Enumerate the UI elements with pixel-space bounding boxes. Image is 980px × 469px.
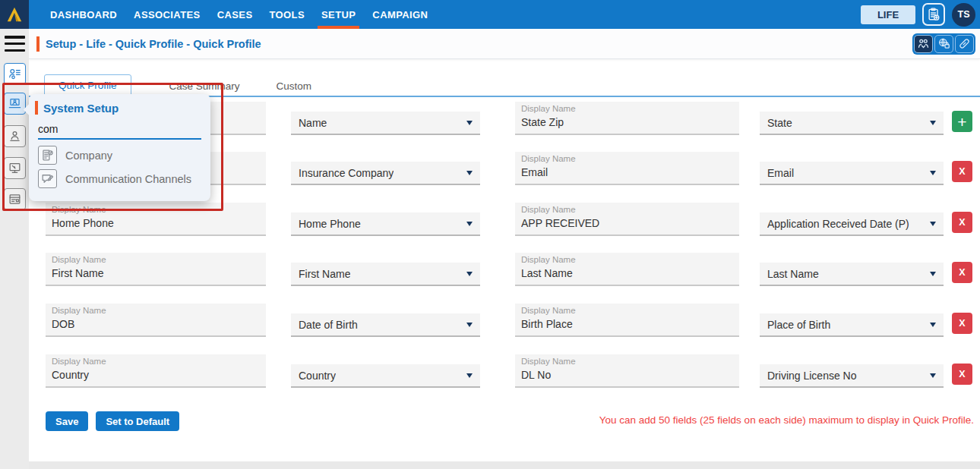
chevron-down-icon bbox=[930, 121, 936, 125]
selected-field-value: Name bbox=[299, 117, 327, 129]
remove-row-button[interactable]: X bbox=[952, 364, 972, 385]
tab-custom[interactable]: Custom bbox=[266, 76, 323, 96]
display-name-field: Display Name bbox=[515, 354, 739, 388]
sidebar-profile-list-button[interactable] bbox=[4, 63, 26, 85]
chevron-down-icon bbox=[930, 171, 936, 175]
field-select[interactable]: Application Received Date (P) bbox=[760, 212, 944, 236]
field-select[interactable]: Last Name bbox=[760, 263, 944, 286]
display-name-field: Display Name bbox=[515, 304, 739, 337]
field-select[interactable]: Home Phone bbox=[291, 212, 480, 236]
chevron-down-icon bbox=[930, 373, 936, 378]
field-select[interactable]: Name bbox=[291, 112, 480, 135]
tab-quick-profile[interactable]: Quick Profile bbox=[44, 74, 131, 96]
sidebar-user-desk-button[interactable] bbox=[4, 125, 26, 147]
logo-a-icon bbox=[5, 5, 24, 24]
result-company[interactable]: Company bbox=[38, 146, 201, 165]
selected-field-value: Country bbox=[299, 370, 336, 382]
chevron-down-icon bbox=[930, 323, 936, 327]
form-row: Display NameFirst NameDisplay NameLast N… bbox=[29, 253, 980, 288]
nav-item-tools[interactable]: TOOLS bbox=[261, 0, 313, 29]
display-name-input[interactable] bbox=[521, 316, 733, 332]
field-select[interactable]: Insurance Company bbox=[291, 162, 480, 185]
display-name-label: Display Name bbox=[521, 255, 733, 265]
selected-field-value: Last Name bbox=[767, 268, 819, 280]
remove-row-button[interactable]: X bbox=[952, 212, 972, 233]
company-icon bbox=[38, 146, 57, 165]
display-name-field: Display Name bbox=[515, 152, 739, 185]
monitor-icon bbox=[8, 161, 22, 175]
field-select[interactable]: Driving License No bbox=[760, 364, 944, 388]
nav-item-dashboard[interactable]: DASHBOARD bbox=[42, 0, 125, 29]
sidebar-form-card-button[interactable] bbox=[4, 188, 26, 210]
hamburger-menu-icon[interactable] bbox=[5, 36, 25, 52]
chevron-down-icon bbox=[466, 121, 473, 125]
display-name-input[interactable] bbox=[521, 367, 733, 382]
selected-field-value: Driving License No bbox=[767, 370, 857, 382]
result-communication-channels[interactable]: Communication Channels bbox=[38, 169, 201, 188]
display-name-field: Display Name bbox=[46, 354, 266, 388]
selected-field-value: Date of Birth bbox=[299, 319, 358, 331]
nav-item-setup[interactable]: SETUP bbox=[313, 0, 364, 29]
form-card-icon bbox=[8, 192, 22, 206]
life-module-button[interactable]: LIFE bbox=[861, 5, 915, 24]
user-avatar[interactable]: TS bbox=[952, 3, 975, 27]
header-icon-group bbox=[912, 33, 975, 55]
global-security-icon[interactable] bbox=[934, 35, 953, 53]
form-row: Display NameDate of BirthDisplay NamePla… bbox=[29, 304, 980, 338]
clipboard-add-icon[interactable] bbox=[922, 3, 945, 26]
add-row-button[interactable]: + bbox=[952, 111, 972, 132]
remove-row-button[interactable]: X bbox=[952, 313, 972, 334]
display-name-label: Display Name bbox=[521, 154, 733, 164]
remove-row-button[interactable]: X bbox=[952, 161, 972, 182]
nav-item-campaign[interactable]: CAMPAIGN bbox=[364, 0, 436, 29]
system-setup-search-input[interactable] bbox=[38, 121, 201, 140]
tab-case-summary[interactable]: Case Summary bbox=[159, 76, 251, 96]
associates-group-icon[interactable] bbox=[914, 35, 933, 53]
set-to-default-button[interactable]: Set to Default bbox=[96, 411, 179, 431]
chevron-down-icon bbox=[466, 373, 473, 378]
result-label: Communication Channels bbox=[65, 173, 191, 185]
nav-item-associates[interactable]: ASSOCIATES bbox=[125, 0, 209, 29]
display-name-label: Display Name bbox=[521, 104, 733, 114]
chevron-down-icon bbox=[466, 171, 473, 175]
app-logo[interactable] bbox=[0, 0, 29, 29]
popup-header: System Setup bbox=[29, 94, 210, 118]
sidebar-monitor-button[interactable] bbox=[4, 157, 26, 179]
field-select[interactable]: Email bbox=[760, 162, 944, 185]
display-name-label: Display Name bbox=[52, 205, 260, 215]
display-name-field: Display Name bbox=[46, 203, 266, 236]
left-sidebar bbox=[0, 29, 29, 469]
field-select[interactable]: Date of Birth bbox=[291, 313, 480, 337]
display-name-field: Display Name bbox=[46, 304, 266, 337]
field-select[interactable]: Country bbox=[291, 364, 480, 388]
display-name-label: Display Name bbox=[52, 357, 260, 367]
chevron-down-icon bbox=[930, 272, 936, 276]
display-name-input[interactable] bbox=[52, 215, 260, 231]
communication-channels-icon bbox=[38, 169, 57, 188]
display-name-label: Display Name bbox=[52, 255, 260, 265]
display-name-input[interactable] bbox=[521, 114, 733, 130]
selected-field-value: First Name bbox=[299, 268, 350, 280]
chevron-down-icon bbox=[930, 222, 936, 226]
system-setup-popup: System Setup CompanyCommunication Channe… bbox=[29, 94, 210, 201]
save-button[interactable]: Save bbox=[46, 411, 88, 431]
profile-list-icon bbox=[8, 67, 22, 81]
field-select[interactable]: Place of Birth bbox=[760, 313, 944, 337]
field-select[interactable]: State bbox=[760, 112, 944, 135]
display-name-input[interactable] bbox=[521, 215, 733, 231]
display-name-field: Display Name bbox=[515, 102, 739, 135]
display-name-input[interactable] bbox=[521, 265, 733, 281]
nav-item-cases[interactable]: CASES bbox=[209, 0, 261, 29]
topnav-right: LIFE TS bbox=[861, 0, 980, 29]
display-name-input[interactable] bbox=[52, 316, 260, 332]
remove-row-button[interactable]: X bbox=[952, 262, 972, 283]
sidebar-laptop-user-button[interactable] bbox=[4, 93, 26, 115]
field-select[interactable]: First Name bbox=[291, 263, 480, 286]
display-name-input[interactable] bbox=[521, 164, 733, 180]
display-name-input[interactable] bbox=[52, 265, 260, 281]
popup-title: System Setup bbox=[43, 102, 119, 115]
attachment-icon[interactable] bbox=[955, 35, 974, 53]
top-navigation: DASHBOARDASSOCIATESCASESTOOLSSETUPCAMPAI… bbox=[0, 0, 980, 29]
form-row: Display NameCountryDisplay NameDriving L… bbox=[29, 354, 980, 389]
display-name-input[interactable] bbox=[52, 367, 260, 382]
